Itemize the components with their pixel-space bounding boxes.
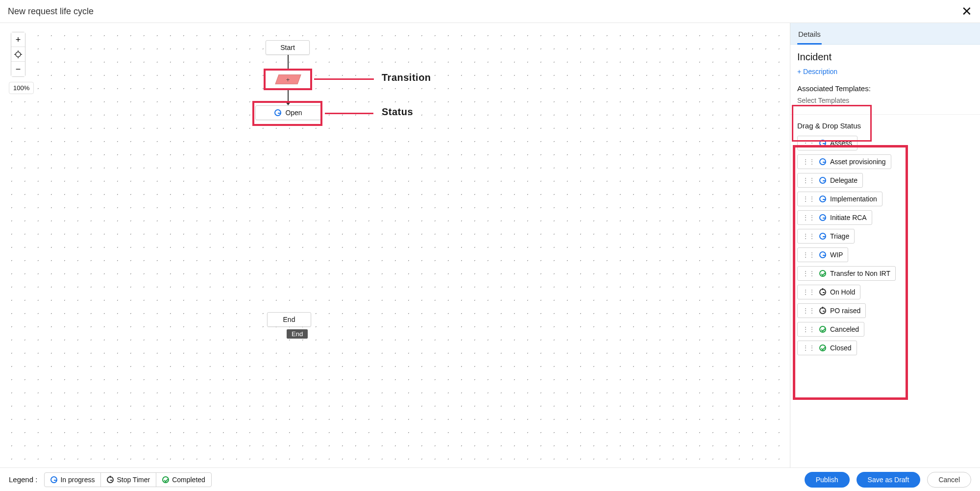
zoom-controls: + − <box>11 32 25 77</box>
associated-templates-label: Associated Templates: <box>797 84 973 93</box>
publish-button[interactable]: Publish <box>805 472 850 488</box>
tab-details[interactable]: Details <box>797 23 822 44</box>
legend-label: Legend : <box>9 475 37 484</box>
drag-handle-icon[interactable]: ⋮⋮ <box>803 326 815 332</box>
zoom-reset-button[interactable] <box>11 47 25 62</box>
panel-body: Incident + Description Associated Templa… <box>790 45 980 365</box>
close-icon[interactable]: ✕ <box>961 5 972 18</box>
inprogress-icon <box>50 476 57 483</box>
annotation-line <box>325 113 373 114</box>
stop-icon <box>107 476 114 483</box>
end-node-label: End <box>283 316 295 323</box>
workspace: + − 100% Start + <box>0 23 980 467</box>
start-node-label: Start <box>280 44 295 51</box>
status-chip-label: Closed <box>830 344 852 352</box>
status-chip[interactable]: ⋮⋮Transfer to Non IRT <box>797 266 896 281</box>
save-draft-button[interactable]: Save as Draft <box>857 472 921 488</box>
zoom-out-button[interactable]: − <box>11 62 25 76</box>
drag-handle-icon[interactable]: ⋮⋮ <box>803 177 815 183</box>
add-transition-icon: + <box>286 76 290 83</box>
status-chip[interactable]: ⋮⋮On Hold <box>797 285 860 299</box>
legend-item: Completed <box>156 473 211 487</box>
status-chip-label: Initiate RCA <box>830 214 867 221</box>
add-description-link[interactable]: + Description <box>797 68 837 75</box>
drag-handle-icon[interactable]: ⋮⋮ <box>803 140 815 146</box>
status-chip[interactable]: ⋮⋮Triage <box>797 229 855 244</box>
status-chip[interactable]: ⋮⋮Initiate RCA <box>797 210 872 225</box>
select-templates-link[interactable]: Select Templates <box>797 97 973 104</box>
lifecycle-type-title: Incident <box>797 51 973 63</box>
done-icon <box>819 344 826 351</box>
status-annotation: Status <box>382 106 413 118</box>
zoom-percent[interactable]: 100% <box>9 82 34 94</box>
status-palette: ⋮⋮Assess⋮⋮Asset provisioning⋮⋮Delegate⋮⋮… <box>797 134 973 365</box>
inprogress-icon <box>819 233 826 240</box>
inprogress-icon <box>819 196 826 202</box>
inprogress-icon <box>819 177 826 184</box>
end-node[interactable]: End <box>267 312 311 327</box>
divider <box>790 114 980 115</box>
cancel-button[interactable]: Cancel <box>927 472 971 488</box>
status-chip[interactable]: ⋮⋮WIP <box>797 247 848 262</box>
drag-handle-icon[interactable]: ⋮⋮ <box>803 215 815 221</box>
status-chip[interactable]: ⋮⋮PO raised <box>797 303 866 318</box>
inprogress-icon <box>819 214 826 221</box>
details-panel: Details Incident + Description Associate… <box>790 23 980 467</box>
transition-node[interactable]: + <box>275 74 301 84</box>
inprogress-icon <box>819 140 826 147</box>
drag-handle-icon[interactable]: ⋮⋮ <box>803 270 815 276</box>
drag-handle-icon[interactable]: ⋮⋮ <box>803 196 815 202</box>
done-icon <box>819 326 826 333</box>
tab-label: Details <box>798 30 821 38</box>
page-title: New request life cycle <box>8 6 94 17</box>
stop-icon <box>819 307 826 314</box>
crosshair-icon <box>14 50 22 58</box>
done-icon <box>819 270 826 277</box>
svg-point-0 <box>16 52 21 57</box>
flow-canvas[interactable]: + − 100% Start + <box>0 23 790 467</box>
drag-handle-icon[interactable]: ⋮⋮ <box>803 159 815 165</box>
status-chip-label: On Hold <box>830 288 855 296</box>
transition-highlight-box: + <box>264 69 312 90</box>
connector-line <box>288 55 289 69</box>
status-chip-label: Transfer to Non IRT <box>830 270 890 277</box>
footer-bar: Legend : In progressStop TimerCompleted … <box>0 467 980 491</box>
start-node[interactable]: Start <box>266 40 310 55</box>
status-chip[interactable]: ⋮⋮Assess <box>797 136 858 150</box>
status-chip-label: WIP <box>830 251 843 259</box>
legend-item-label: Completed <box>172 476 205 484</box>
status-chip-label: Asset provisioning <box>830 158 886 166</box>
status-chip-label: Implementation <box>830 195 877 203</box>
status-chip[interactable]: ⋮⋮Asset provisioning <box>797 154 891 169</box>
status-chip[interactable]: ⋮⋮Delegate <box>797 173 863 188</box>
drag-handle-icon[interactable]: ⋮⋮ <box>803 289 815 295</box>
header-bar: New request life cycle ✕ <box>0 0 980 23</box>
drag-handle-icon[interactable]: ⋮⋮ <box>803 233 815 239</box>
status-highlight-box <box>252 101 322 126</box>
status-palette-title: Drag & Drop Status <box>797 122 973 130</box>
inprogress-icon <box>819 158 826 165</box>
transition-annotation: Transition <box>382 72 431 83</box>
drag-handle-icon[interactable]: ⋮⋮ <box>803 252 815 258</box>
legend-item: In progress <box>45 473 101 487</box>
zoom-in-button[interactable]: + <box>11 32 25 47</box>
status-chip-label: Triage <box>830 232 849 240</box>
legend-item: Stop Timer <box>101 473 156 487</box>
status-chip[interactable]: ⋮⋮Canceled <box>797 322 864 337</box>
status-chip[interactable]: ⋮⋮Closed <box>797 341 857 355</box>
done-icon <box>162 476 169 483</box>
annotation-line <box>314 78 374 80</box>
status-chip-label: Canceled <box>830 325 859 333</box>
drag-handle-icon[interactable]: ⋮⋮ <box>803 308 815 314</box>
status-chip-label: Delegate <box>830 176 858 184</box>
status-chip-label: PO raised <box>830 307 860 315</box>
stop-icon <box>819 289 826 295</box>
legend-item-label: Stop Timer <box>117 476 150 484</box>
status-chip[interactable]: ⋮⋮Implementation <box>797 192 882 206</box>
drag-handle-icon[interactable]: ⋮⋮ <box>803 345 815 351</box>
end-node-tooltip: End <box>287 329 308 339</box>
status-chip-label: Assess <box>830 139 852 147</box>
tabs-row: Details <box>790 23 980 45</box>
inprogress-icon <box>819 251 826 258</box>
legend-group: In progressStop TimerCompleted <box>44 472 211 487</box>
